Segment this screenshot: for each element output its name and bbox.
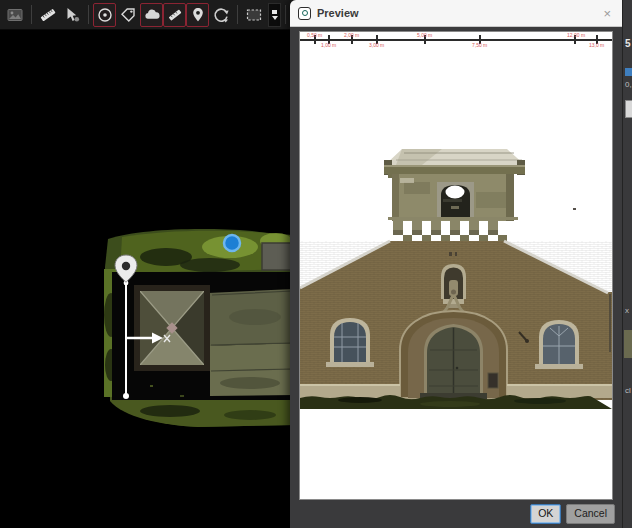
- panel-fragment-blue-icon: [625, 68, 632, 76]
- panel-fragment: 5: [625, 38, 631, 49]
- camera-position-dot: [224, 235, 240, 251]
- panel-fragment: 0,: [625, 80, 632, 89]
- ruler-tick-label: 0,50 m: [307, 32, 322, 38]
- cancel-button[interactable]: Cancel: [566, 504, 615, 524]
- panel-fragment-button-edge: [625, 100, 632, 118]
- ruler-tick-label: 3,00 m: [369, 42, 384, 48]
- ruler-line: [300, 39, 612, 41]
- window-select-tool-icon[interactable]: [242, 3, 266, 27]
- limit-box-tool-icon[interactable]: [93, 3, 116, 27]
- toolbar-separator: [88, 5, 89, 24]
- preview-app-icon: [298, 7, 311, 20]
- measure-segment-tool-icon[interactable]: [163, 3, 186, 27]
- dialog-titlebar[interactable]: Preview ×: [290, 0, 622, 27]
- cloud-tool-icon[interactable]: [140, 3, 163, 27]
- toolbar-separator: [285, 5, 286, 24]
- panel-fragment: x: [625, 306, 629, 315]
- right-panel-sliver: 5 0, x cl: [622, 0, 632, 528]
- orbit-tool-icon[interactable]: [209, 3, 233, 27]
- preview-content: 0,50 m1,00 m2,00 m3,00 m5,00 m7,50 m12,0…: [299, 31, 613, 500]
- tag-tool-icon[interactable]: [116, 3, 140, 27]
- dropdown-bar: [272, 10, 277, 14]
- panel-fragment: cl: [625, 386, 631, 395]
- dialog-button-bar: OK Cancel: [290, 500, 622, 528]
- ruler-tick-label: 1,00 m: [321, 42, 336, 48]
- measure-tool-icon[interactable]: [36, 3, 60, 27]
- ruler-tick-label: 13,0 m: [589, 42, 604, 48]
- preview-dialog: Preview × 0,50 m1,00 m2,00 m3,00 m5,00 m…: [290, 0, 622, 528]
- toolbar-separator: [237, 5, 238, 24]
- chevron-down-icon: [272, 16, 278, 20]
- panel-fragment-thumbnail: [624, 330, 632, 358]
- ruler-tick-label: 5,00 m: [417, 32, 432, 38]
- pointcloud-top-view: [80, 225, 295, 430]
- close-icon[interactable]: ×: [600, 6, 614, 21]
- pin-tool-icon[interactable]: [186, 3, 209, 27]
- preview-ruler: 0,50 m1,00 m2,00 m3,00 m5,00 m7,50 m12,0…: [300, 32, 612, 48]
- ruler-tick-label: 7,50 m: [472, 42, 487, 48]
- dialog-title: Preview: [317, 7, 594, 19]
- church-facade-render: [300, 32, 612, 499]
- select-probe-tool-icon[interactable]: [60, 3, 84, 27]
- ruler-tick-label: 2,00 m: [344, 32, 359, 38]
- select-mode-dropdown[interactable]: [268, 3, 281, 27]
- toolbar-separator: [31, 5, 32, 24]
- image-tool-icon[interactable]: [3, 3, 27, 27]
- ruler-tick-label: 12,00 m: [567, 32, 585, 38]
- ok-button[interactable]: OK: [530, 504, 561, 524]
